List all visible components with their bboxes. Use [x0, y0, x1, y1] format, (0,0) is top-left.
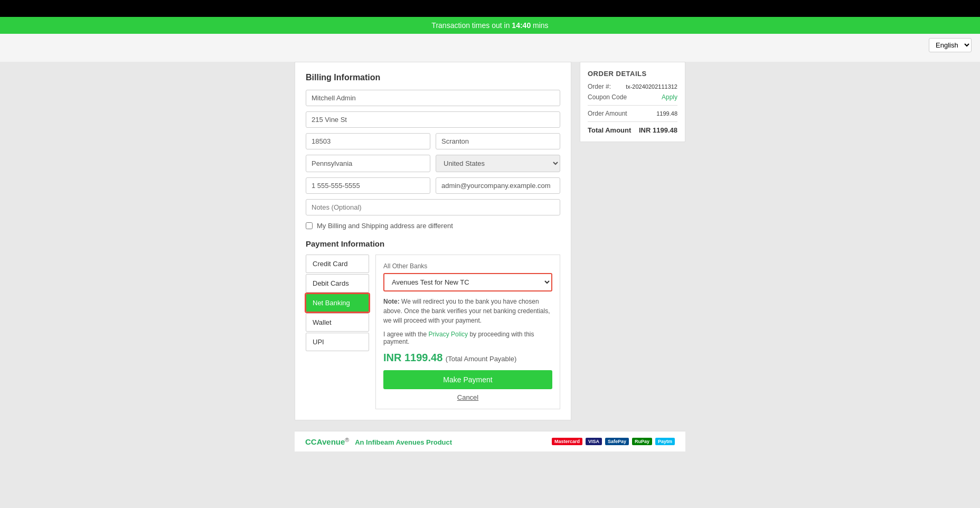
- tab-wallet[interactable]: Wallet: [306, 313, 369, 332]
- top-black-bar: [0, 0, 980, 17]
- privacy-text: I agree with the Privacy Policy by proce…: [383, 331, 552, 345]
- timer-bar: Transaction times out in 14:40 mins: [0, 17, 980, 34]
- safepay-badge: SafePay: [605, 438, 629, 445]
- coupon-label: Coupon Code: [588, 93, 627, 101]
- billing-section-title: Billing Information: [306, 73, 560, 82]
- timer-text: Transaction times out in: [431, 21, 512, 30]
- cancel-link[interactable]: Cancel: [383, 393, 552, 401]
- country-select[interactable]: United States India Canada: [436, 155, 560, 172]
- order-details-panel: ORDER DETAILS Order #: tx-20240202111312…: [580, 62, 685, 142]
- language-select[interactable]: English Hindi: [929, 38, 972, 52]
- billing-shipping-label: My Billing and Shipping address are diff…: [317, 222, 453, 230]
- email-input[interactable]: [436, 177, 560, 194]
- footer: CCAvenue® An Infibeam Avenues Product Ma…: [295, 431, 685, 451]
- paytm-badge: Paytm: [655, 438, 675, 445]
- payment-layout: Credit Card Debit Cards Net Banking Wall…: [306, 255, 560, 409]
- bank-select[interactable]: Avenues Test for New TC HDFC Bank ICICI …: [383, 273, 552, 291]
- order-divider: [588, 105, 677, 106]
- make-payment-button[interactable]: Make Payment: [383, 370, 552, 389]
- main-container: Billing Information United States India …: [289, 62, 691, 467]
- footer-logo: CCAvenue® An Infibeam Avenues Product: [305, 437, 452, 446]
- note-body: We will redirect you to the bank you hav…: [383, 298, 550, 324]
- total-amount-value: INR 1199.48: [639, 126, 677, 134]
- address-row: [306, 111, 560, 128]
- order-amount-label: Order Amount: [588, 110, 627, 117]
- order-amount-value: 1199.48: [656, 110, 677, 117]
- rupay-badge: RuPay: [632, 438, 652, 445]
- tab-net-banking[interactable]: Net Banking: [306, 294, 369, 312]
- name-input[interactable]: [306, 90, 560, 106]
- privacy-prefix: I agree with the: [383, 331, 428, 338]
- name-row: [306, 90, 560, 106]
- footer-avenue: Avenue: [317, 437, 345, 446]
- state-country-row: United States India Canada: [306, 155, 560, 172]
- address-input[interactable]: [306, 111, 560, 128]
- amount-display: INR 1199.48 (Total Amount Payable): [383, 352, 552, 364]
- footer-cards: Mastercard VISA SafePay RuPay Paytm: [552, 438, 675, 445]
- amount-payable-label: (Total Amount Payable): [446, 355, 516, 363]
- billing-shipping-row: My Billing and Shipping address are diff…: [306, 222, 560, 230]
- note-strong: Note:: [383, 298, 400, 305]
- phone-input[interactable]: [306, 177, 430, 194]
- footer-registered: ®: [345, 437, 349, 443]
- zip-city-row: [306, 133, 560, 149]
- order-number-row: Order #: tx-20240202111312: [588, 83, 677, 90]
- order-details-title: ORDER DETAILS: [588, 70, 677, 78]
- footer-cc: CC: [305, 437, 317, 446]
- timer-suffix: mins: [533, 21, 549, 30]
- total-amount-row: Total Amount INR 1199.48: [588, 126, 677, 134]
- payment-tabs: Credit Card Debit Cards Net Banking Wall…: [306, 255, 369, 409]
- mastercard-badge: Mastercard: [552, 438, 582, 445]
- notes-input[interactable]: [306, 199, 560, 215]
- billing-shipping-checkbox[interactable]: [306, 222, 313, 229]
- lang-bar: English Hindi: [0, 34, 980, 57]
- tab-credit-card[interactable]: Credit Card: [306, 255, 369, 273]
- order-number-value: tx-20240202111312: [626, 83, 677, 90]
- order-divider-2: [588, 121, 677, 122]
- zip-input[interactable]: [306, 133, 430, 149]
- coupon-apply-link[interactable]: Apply: [662, 93, 677, 101]
- all-other-banks-label: All Other Banks: [383, 262, 552, 270]
- coupon-row: Coupon Code Apply: [588, 93, 677, 101]
- left-panel: Billing Information United States India …: [295, 62, 571, 420]
- amount-value: INR 1199.48: [383, 352, 442, 363]
- note-text: Note: We will redirect you to the bank y…: [383, 297, 552, 325]
- order-number-label: Order #:: [588, 83, 611, 90]
- order-amount-row: Order Amount 1199.48: [588, 110, 677, 117]
- privacy-policy-link[interactable]: Privacy Policy: [428, 331, 468, 338]
- content-wrapper: Billing Information United States India …: [295, 62, 685, 420]
- net-banking-content: All Other Banks Avenues Test for New TC …: [375, 255, 560, 409]
- footer-tagline: An Infibeam Avenues Product: [355, 438, 452, 446]
- visa-badge: VISA: [586, 438, 602, 445]
- notes-row: [306, 199, 560, 215]
- city-input[interactable]: [436, 133, 560, 149]
- state-input[interactable]: [306, 155, 430, 172]
- payment-section-title: Payment Information: [306, 239, 560, 248]
- tab-upi[interactable]: UPI: [306, 333, 369, 351]
- total-amount-label: Total Amount: [588, 126, 631, 134]
- phone-email-row: [306, 177, 560, 194]
- timer-countdown: 14:40: [512, 21, 531, 30]
- tab-debit-cards[interactable]: Debit Cards: [306, 274, 369, 293]
